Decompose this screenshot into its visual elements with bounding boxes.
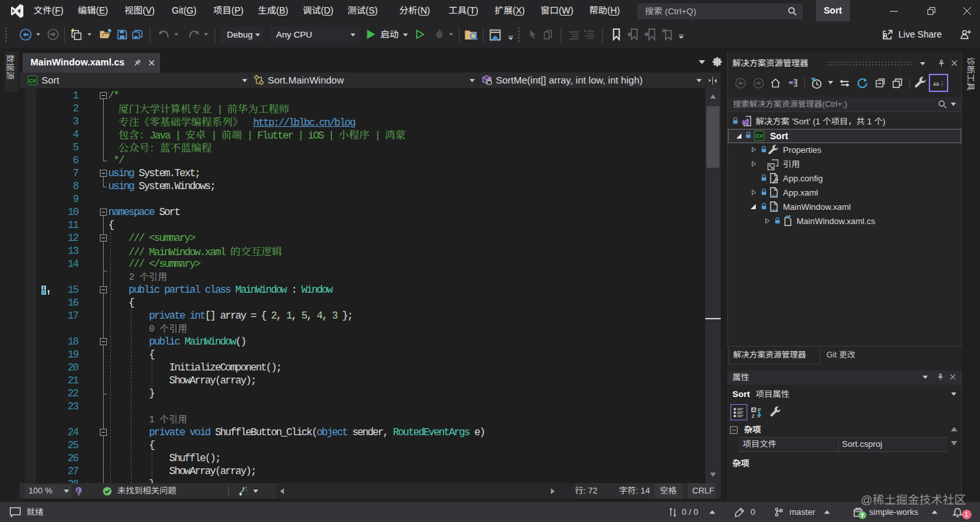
svg-text:Z: Z xyxy=(752,413,755,418)
svg-text:C#: C# xyxy=(29,78,36,84)
svg-text:A: A xyxy=(752,407,756,413)
svg-text:C#: C# xyxy=(756,133,764,139)
